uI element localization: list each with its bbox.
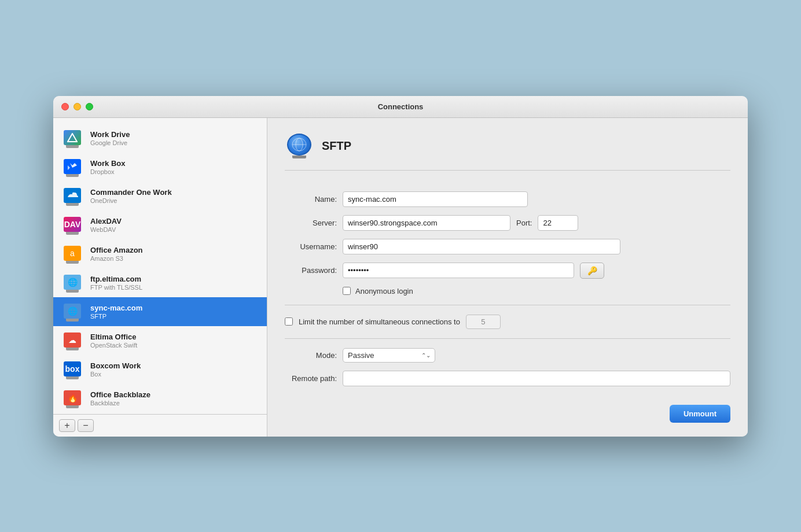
boxcom-work-sub: Box bbox=[90, 371, 141, 378]
name-row: Name: bbox=[285, 191, 730, 207]
office-amazon-icon: a bbox=[61, 244, 83, 264]
work-drive-name: Work Drive bbox=[90, 130, 130, 139]
drive-base-8 bbox=[66, 348, 79, 350]
username-row: Username: bbox=[285, 239, 730, 254]
sync-mac-name: sync-mac.com bbox=[90, 304, 142, 312]
panel-footer: Unmount bbox=[285, 396, 730, 423]
drive-base-9 bbox=[66, 376, 79, 379]
form-section-1: Name: Server: Port: Username: Password: bbox=[285, 182, 730, 305]
work-box-sub: Dropbox bbox=[90, 168, 125, 175]
name-label: Name: bbox=[285, 195, 337, 204]
drive-base-4 bbox=[66, 232, 79, 235]
office-backblaze-text: Office Backblaze Backblaze bbox=[90, 390, 150, 407]
alexdav-sub: WebDAV bbox=[90, 226, 122, 233]
server-label: Server: bbox=[285, 219, 337, 227]
webdav-icon: DAV bbox=[64, 217, 81, 232]
mode-row: Mode: Passive Active bbox=[285, 348, 730, 363]
password-label: Password: bbox=[285, 266, 337, 275]
connections-input[interactable] bbox=[466, 315, 501, 329]
anonymous-row: Anonymous login bbox=[285, 287, 730, 295]
ftp-eltima-icon: 🌐 bbox=[61, 273, 83, 293]
commander-one-icon bbox=[61, 186, 83, 206]
remote-path-input[interactable] bbox=[343, 371, 730, 386]
sidebar-item-work-box[interactable]: Work Box Dropbox bbox=[53, 153, 267, 182]
drive-base-10 bbox=[66, 405, 79, 408]
limit-connections-checkbox[interactable] bbox=[285, 317, 293, 326]
office-amazon-text: Office Amazon Amazon S3 bbox=[90, 246, 143, 262]
sidebar-list: Work Drive Google Drive bbox=[53, 124, 267, 414]
traffic-lights bbox=[61, 103, 93, 110]
boxcom-work-text: Boxcom Work Box bbox=[90, 361, 141, 378]
minimize-button[interactable] bbox=[74, 103, 81, 110]
work-drive-icon bbox=[61, 128, 83, 148]
commander-one-text: Commander One Work OneDrive bbox=[90, 188, 172, 204]
sidebar-item-commander-one[interactable]: Commander One Work OneDrive bbox=[53, 182, 267, 210]
main-panel: SFTP Name: Server: Port: Username: bbox=[267, 118, 748, 437]
openstack-icon: ☁ bbox=[64, 332, 81, 348]
remote-path-row: Remote path: bbox=[285, 371, 730, 386]
sftp-globe-base bbox=[292, 156, 306, 158]
password-row: Password: 🔑 bbox=[285, 263, 730, 279]
office-backblaze-name: Office Backblaze bbox=[90, 390, 150, 399]
sidebar-item-eltima-office[interactable]: ☁ Eltima Office OpenStack Swift bbox=[53, 326, 267, 355]
ftp-eltima-text: ftp.eltima.com FTP with TLS/SSL bbox=[90, 275, 142, 291]
boxcom-work-name: Boxcom Work bbox=[90, 361, 141, 370]
box-icon: box bbox=[64, 361, 81, 376]
sync-mac-sub: SFTP bbox=[90, 313, 142, 320]
username-input[interactable] bbox=[343, 239, 620, 254]
sidebar-item-work-drive[interactable]: Work Drive Google Drive bbox=[53, 124, 267, 153]
work-drive-sub: Google Drive bbox=[90, 139, 130, 146]
drive-base-3 bbox=[66, 203, 79, 206]
sidebar-item-alexdav[interactable]: DAV AlexDAV WebDAV bbox=[53, 210, 267, 239]
limit-label: Limit the number of simultaneous connect… bbox=[299, 317, 460, 326]
password-input[interactable] bbox=[343, 263, 574, 278]
alexdav-icon: DAV bbox=[61, 215, 83, 235]
work-box-name: Work Box bbox=[90, 159, 125, 168]
anonymous-checkbox[interactable] bbox=[343, 287, 351, 295]
office-amazon-sub: Amazon S3 bbox=[90, 255, 143, 262]
backblaze-icon: 🔥 bbox=[64, 390, 81, 405]
sync-mac-text: sync-mac.com SFTP bbox=[90, 304, 142, 320]
drive-base-1 bbox=[66, 145, 79, 148]
unmount-button[interactable]: Unmount bbox=[670, 405, 730, 423]
server-input[interactable] bbox=[343, 215, 510, 231]
sidebar-item-office-backblaze[interactable]: 🔥 Office Backblaze Backblaze bbox=[53, 384, 267, 413]
drive-base-2 bbox=[66, 174, 79, 177]
sidebar-item-sync-mac[interactable]: 🌐 sync-mac.com SFTP bbox=[53, 297, 267, 326]
server-row: Server: Port: bbox=[285, 215, 730, 231]
sidebar: Work Drive Google Drive bbox=[53, 118, 267, 437]
sftp-globe bbox=[285, 134, 313, 159]
eltima-office-icon: ☁ bbox=[61, 331, 83, 350]
add-connection-button[interactable]: + bbox=[59, 419, 75, 432]
sidebar-item-office-amazon[interactable]: a Office Amazon Amazon S3 bbox=[53, 239, 267, 268]
work-drive-text: Work Drive Google Drive bbox=[90, 130, 130, 146]
connections-window: Connections bbox=[53, 96, 748, 437]
ftp-icon: 🌐 bbox=[64, 275, 81, 290]
mode-select[interactable]: Passive Active bbox=[343, 348, 435, 363]
office-backblaze-sub: Backblaze bbox=[90, 400, 150, 407]
eltima-office-name: Eltima Office bbox=[90, 332, 137, 341]
eltima-office-sub: OpenStack Swift bbox=[90, 342, 137, 349]
port-input[interactable] bbox=[538, 215, 578, 231]
name-input[interactable] bbox=[343, 191, 528, 207]
close-button[interactable] bbox=[61, 103, 69, 110]
panel-header: SFTP bbox=[285, 132, 730, 171]
onedrive-icon bbox=[64, 188, 81, 203]
key-button[interactable]: 🔑 bbox=[580, 263, 604, 279]
sidebar-item-boxcom-work[interactable]: box Boxcom Work Box bbox=[53, 355, 267, 384]
svg-marker-0 bbox=[68, 134, 77, 142]
boxcom-work-icon: box bbox=[61, 360, 83, 379]
google-drive-icon bbox=[64, 130, 81, 145]
commander-one-sub: OneDrive bbox=[90, 197, 172, 204]
window-body: Work Drive Google Drive bbox=[53, 118, 748, 437]
remove-connection-button[interactable]: − bbox=[78, 419, 94, 432]
ftp-eltima-sub: FTP with TLS/SSL bbox=[90, 284, 142, 291]
titlebar: Connections bbox=[53, 96, 748, 118]
svg-marker-2 bbox=[70, 163, 77, 168]
panel-title: SFTP bbox=[322, 139, 351, 153]
window-title: Connections bbox=[378, 102, 424, 111]
port-label: Port: bbox=[516, 219, 532, 227]
maximize-button[interactable] bbox=[86, 103, 93, 110]
sidebar-item-ftp-eltima[interactable]: 🌐 ftp.eltima.com FTP with TLS/SSL bbox=[53, 268, 267, 297]
commander-one-name: Commander One Work bbox=[90, 188, 172, 197]
